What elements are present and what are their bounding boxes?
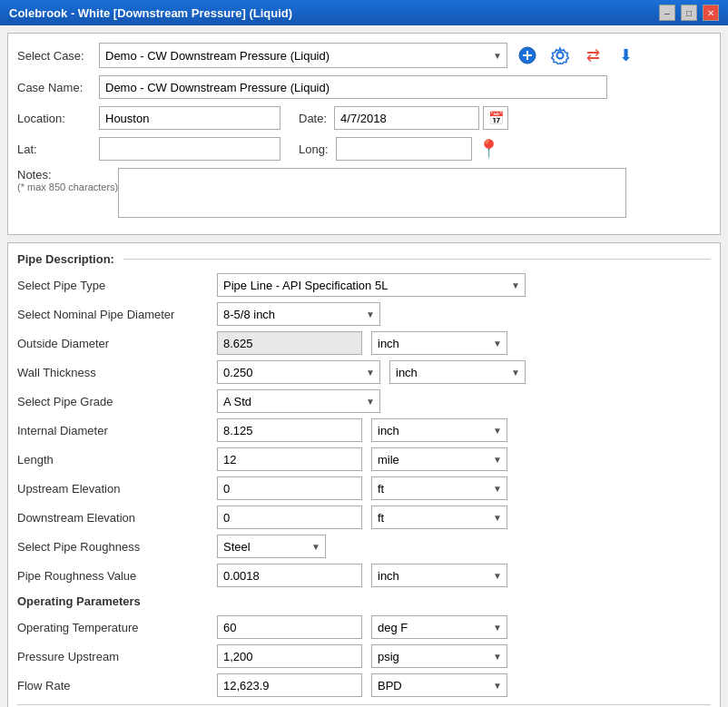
lat-label: Lat: <box>17 142 99 156</box>
pipe-roughness-value-label: Pipe Roughness Value <box>17 569 217 583</box>
pipe-grade-select-wrapper: A Std ▼ <box>217 389 380 413</box>
downstream-elevation-unit-wrapper: ft ▼ <box>371 506 507 529</box>
outside-diameter-unit-wrapper: inch ▼ <box>371 331 507 355</box>
internal-diameter-input[interactable] <box>217 418 362 442</box>
pipe-roughness-select[interactable]: Steel <box>217 535 326 558</box>
notes-textarea[interactable] <box>118 168 626 218</box>
wall-thickness-select[interactable]: 0.250 <box>217 360 380 384</box>
pipe-grade-select[interactable]: A Std <box>217 389 380 413</box>
lat-input[interactable] <box>99 137 280 161</box>
settings-button[interactable] <box>547 43 573 68</box>
outside-diameter-label: Outside Diameter <box>17 337 217 350</box>
case-name-input[interactable] <box>99 75 607 99</box>
flow-rate-row: Flow Rate BPD ▼ <box>17 673 711 697</box>
flow-rate-input[interactable] <box>217 673 362 697</box>
notes-label: Notes: <box>17 168 118 182</box>
date-input[interactable] <box>334 106 479 130</box>
minimize-button[interactable]: – <box>659 5 675 21</box>
upstream-elevation-input[interactable] <box>217 476 362 500</box>
internal-diameter-unit-wrapper: inch ▼ <box>371 418 507 442</box>
upstream-elevation-unit-select[interactable]: ft <box>371 476 507 500</box>
pipe-section-title: Pipe Description: <box>17 252 114 266</box>
wall-thickness-select-wrapper: 0.250 ▼ <box>217 360 380 384</box>
downstream-elevation-input[interactable] <box>217 506 362 529</box>
maximize-button[interactable]: □ <box>681 5 697 21</box>
pipe-roughness-label: Select Pipe Roughness <box>17 540 217 554</box>
title-bar: Colebrook - White [Downstream Pressure] … <box>0 0 728 25</box>
pipe-roughness-value-unit-wrapper: inch ▼ <box>371 564 507 587</box>
svg-point-3 <box>557 53 564 59</box>
flow-rate-unit-wrapper: BPD ▼ <box>371 673 507 697</box>
add-case-button[interactable] <box>515 43 540 68</box>
pipe-type-select[interactable]: Pipe Line - API Specification 5L <box>217 273 526 297</box>
window-title: Colebrook - White [Downstream Pressure] … <box>9 6 292 20</box>
downstream-elevation-unit-select[interactable]: ft <box>371 506 507 529</box>
long-label: Long: <box>299 142 329 156</box>
flow-rate-unit-select[interactable]: BPD <box>371 673 507 697</box>
lat-long-row: Lat: Long: 📍 <box>17 137 711 161</box>
operating-temp-unit-select[interactable]: deg F <box>371 615 507 639</box>
calendar-button[interactable]: 📅 <box>483 106 508 130</box>
pipe-roughness-value-row: Pipe Roughness Value inch ▼ <box>17 564 711 587</box>
case-controls: Demo - CW Downstream Pressure (Liquid) ▼ <box>99 43 638 68</box>
wall-thickness-label: Wall Thickness <box>17 366 217 379</box>
internal-diameter-row: Internal Diameter inch ▼ <box>17 418 711 442</box>
pipe-type-label: Select Pipe Type <box>17 279 217 292</box>
length-input[interactable] <box>217 447 362 471</box>
length-label: Length <box>17 453 217 466</box>
operating-temp-row: Operating Temperature deg F ▼ <box>17 615 711 639</box>
pipe-section-header: Pipe Description: <box>17 252 711 266</box>
internal-diameter-unit-select[interactable]: inch <box>371 418 507 442</box>
pipe-description-section: Pipe Description: Select Pipe Type Pipe … <box>7 242 721 707</box>
pipe-grade-label: Select Pipe Grade <box>17 395 217 408</box>
window-controls: – □ ✕ <box>659 5 719 21</box>
notes-sublabel: (* max 850 characters) <box>17 182 118 192</box>
location-input[interactable] <box>99 106 280 130</box>
download-button[interactable]: ⬇ <box>613 43 638 68</box>
upstream-elevation-row: Upstream Elevation ft ▼ <box>17 476 711 500</box>
pressure-upstream-input[interactable] <box>217 644 362 668</box>
section-divider <box>123 259 711 260</box>
pipe-roughness-select-wrapper: Steel ▼ <box>217 535 326 558</box>
pipe-type-row: Select Pipe Type Pipe Line - API Specifi… <box>17 273 711 297</box>
operating-parameters-section: Operating Parameters Operating Temperatu… <box>17 594 711 697</box>
outside-diameter-unit-select[interactable]: inch <box>371 331 507 355</box>
pipe-roughness-value-unit-select[interactable]: inch <box>371 564 507 587</box>
share-button[interactable]: ⇄ <box>580 43 605 68</box>
pressure-upstream-label: Pressure Upstream <box>17 650 217 663</box>
case-name-label: Case Name: <box>17 81 99 94</box>
upstream-elevation-unit-wrapper: ft ▼ <box>371 476 507 500</box>
select-case-row: Select Case: Demo - CW Downstream Pressu… <box>17 43 711 68</box>
operating-section-title: Operating Parameters <box>17 594 711 608</box>
notes-label-block: Notes: (* max 850 characters) <box>17 168 118 192</box>
wall-thickness-unit-wrapper: inch ▼ <box>389 360 526 384</box>
select-case-label: Select Case: <box>17 49 99 63</box>
flow-rate-label: Flow Rate <box>17 679 217 692</box>
date-label: Date: <box>299 112 327 125</box>
nominal-diameter-row: Select Nominal Pipe Diameter 8-5/8 inch … <box>17 302 711 326</box>
case-select[interactable]: Demo - CW Downstream Pressure (Liquid) <box>99 43 507 68</box>
pressure-upstream-unit-select[interactable]: psig <box>371 644 507 668</box>
pressure-upstream-row: Pressure Upstream psig ▼ <box>17 644 711 668</box>
length-unit-select[interactable]: mile <box>371 447 507 471</box>
date-wrapper <box>334 106 479 130</box>
length-row: Length mile ▼ <box>17 447 711 471</box>
nominal-diameter-label: Select Nominal Pipe Diameter <box>17 308 217 321</box>
outside-diameter-input[interactable] <box>217 331 362 355</box>
long-input[interactable] <box>336 137 472 161</box>
add-icon <box>518 46 536 64</box>
pipe-type-select-wrapper: Pipe Line - API Specification 5L ▼ <box>217 273 526 297</box>
case-name-row: Case Name: <box>17 75 711 99</box>
operating-temp-input[interactable] <box>217 615 362 639</box>
nominal-diameter-select[interactable]: 8-5/8 inch <box>217 302 380 326</box>
close-button[interactable]: ✕ <box>703 5 719 21</box>
location-label: Location: <box>17 112 99 125</box>
location-date-row: Location: Date: 📅 <box>17 106 711 130</box>
pipe-roughness-value-input[interactable] <box>217 564 362 587</box>
downstream-elevation-row: Downstream Elevation ft ▼ <box>17 506 711 529</box>
outside-diameter-row: Outside Diameter inch ▼ <box>17 331 711 355</box>
wall-thickness-unit-select[interactable]: inch <box>389 360 526 384</box>
wall-thickness-row: Wall Thickness 0.250 ▼ inch ▼ <box>17 360 711 384</box>
main-content: Select Case: Demo - CW Downstream Pressu… <box>0 25 728 707</box>
location-pin-icon: 📍 <box>477 138 500 160</box>
